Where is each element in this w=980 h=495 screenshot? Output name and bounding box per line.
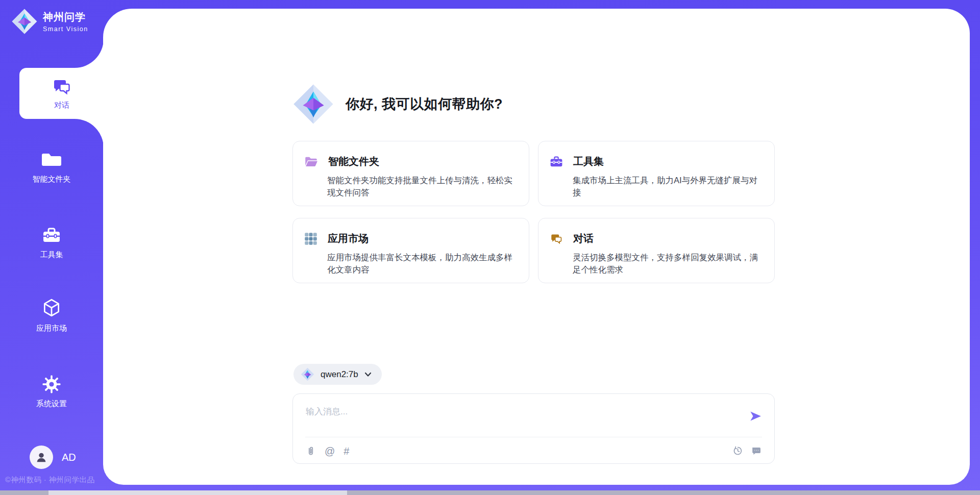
- sidebar-item-label: 系统设置: [0, 399, 103, 409]
- attachment-button[interactable]: [306, 445, 316, 457]
- horizontal-scrollbar[interactable]: [0, 490, 980, 495]
- scrollbar-thumb[interactable]: [48, 490, 347, 495]
- tab-flare-bottom: [75, 119, 104, 148]
- send-icon[interactable]: [749, 409, 762, 423]
- card-description: 智能文件夹功能支持批量文件上传与清洗，轻松实现文件问答: [327, 174, 514, 199]
- sidebar-item-label: 对话: [54, 101, 69, 110]
- avatar: [30, 445, 53, 469]
- briefcase-icon: [550, 155, 563, 168]
- model-selector[interactable]: qwen2:7b: [293, 364, 382, 385]
- card-title: 应用市场: [328, 232, 369, 245]
- hashtag-icon: #: [344, 446, 349, 456]
- assistant-diamond-icon: [292, 83, 334, 125]
- card-smart-folder[interactable]: 智能文件夹 智能文件夹功能支持批量文件上传与清洗，轻松实现文件问答: [292, 141, 529, 206]
- toolbox-icon: [41, 225, 62, 245]
- chat-bubbles-icon: [52, 77, 72, 97]
- sidebar-item-label: 应用市场: [0, 324, 103, 333]
- chat-bubbles-icon: [550, 232, 563, 245]
- model-logo-icon: [301, 367, 314, 381]
- card-toolset[interactable]: 工具集 集成市场上主流工具，助力AI与外界无缝扩展与对接: [538, 141, 775, 206]
- card-description: 灵活切换多模型文件，支持多样回复效果调试，满足个性化需求: [573, 251, 760, 276]
- feature-cards: 智能文件夹 智能文件夹功能支持批量文件上传与清洗，轻松实现文件问答 工具集 集成…: [292, 141, 775, 283]
- card-title: 智能文件夹: [328, 155, 379, 168]
- sidebar-footer: ©神州数码 · 神州问学出品: [5, 475, 103, 485]
- sidebar-item-app-market[interactable]: 应用市场: [0, 298, 103, 333]
- brand-diamond-icon: [11, 8, 38, 35]
- greeting: 你好, 我可以如何帮助你?: [292, 83, 503, 125]
- history-button[interactable]: [732, 445, 743, 456]
- brand-name: 神州问学: [43, 10, 88, 24]
- sidebar: 神州问学 Smart Vision 对话 智能文件夹 工具集: [0, 0, 103, 495]
- sidebar-item-chat[interactable]: 对话: [19, 68, 104, 119]
- gear-icon: [41, 374, 62, 394]
- sidebar-item-toolset[interactable]: 工具集: [0, 225, 103, 260]
- main-panel: 你好, 我可以如何帮助你? 智能文件夹 智能文件夹功能支持批量文件上传与清洗，轻…: [103, 9, 970, 485]
- card-chat[interactable]: 对话 灵活切换多模型文件，支持多样回复效果调试，满足个性化需求: [538, 218, 775, 283]
- mention-icon: @: [325, 446, 335, 456]
- comment-icon: [751, 445, 762, 456]
- sidebar-item-label: 智能文件夹: [0, 175, 103, 184]
- hashtag-button[interactable]: #: [344, 446, 349, 456]
- user-name: AD: [62, 452, 76, 463]
- cube-icon: [41, 298, 62, 319]
- message-input[interactable]: [306, 404, 734, 419]
- brand-subtitle: Smart Vision: [43, 26, 88, 33]
- folder-open-icon: [304, 155, 318, 168]
- user-icon: [35, 451, 48, 464]
- history-icon: [732, 445, 743, 456]
- tab-flare-top: [75, 39, 104, 68]
- card-title: 对话: [573, 232, 594, 245]
- brand-logo: 神州问学 Smart Vision: [11, 8, 88, 35]
- sidebar-item-label: 工具集: [0, 250, 103, 260]
- card-description: 集成市场上主流工具，助力AI与外界无缝扩展与对接: [573, 174, 760, 199]
- message-composer: @ #: [292, 393, 775, 464]
- user-profile[interactable]: AD: [30, 445, 76, 469]
- greeting-title: 你好, 我可以如何帮助你?: [346, 95, 503, 113]
- chevron-down-icon: [364, 372, 372, 377]
- grid-cube-icon: [304, 232, 317, 245]
- composer-divider: [305, 437, 762, 437]
- paperclip-icon: [306, 445, 316, 457]
- folder-icon: [41, 150, 62, 170]
- mention-button[interactable]: @: [325, 446, 335, 456]
- card-app-market[interactable]: 应用市场 应用市场提供丰富长文本模板，助力高效生成多样化文章内容: [292, 218, 529, 283]
- sidebar-item-settings[interactable]: 系统设置: [0, 374, 103, 409]
- sidebar-item-smart-folder[interactable]: 智能文件夹: [0, 150, 103, 184]
- model-name: qwen2:7b: [321, 369, 358, 380]
- card-description: 应用市场提供丰富长文本模板，助力高效生成多样化文章内容: [327, 251, 514, 276]
- card-title: 工具集: [573, 155, 604, 168]
- comment-button[interactable]: [751, 445, 762, 456]
